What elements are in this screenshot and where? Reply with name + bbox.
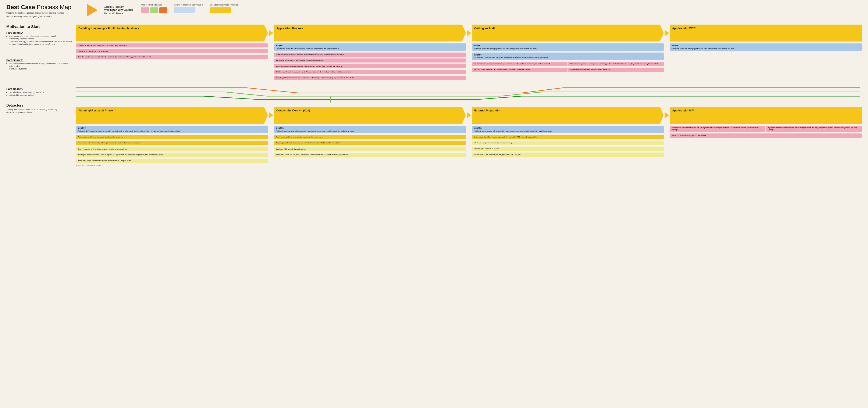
bottom-process-row: Planning/ Research Phase Insight 5 Parti…	[76, 107, 862, 166]
mpi-card-1: "So there's two components to it. One th…	[670, 126, 766, 132]
detractors-subtitle: The key pain points for each participant…	[6, 108, 57, 114]
audit-stage: Getting an Audit	[472, 25, 664, 41]
participant-c-block: Participant C Had a food stall before op…	[6, 87, 73, 97]
audit-card-1: "get the permit then burn up and see tha…	[472, 62, 567, 66]
arrow-icon-2	[467, 30, 471, 36]
mpi-stage: Applies with MPI	[670, 107, 862, 124]
external-col: External Preparation Insight 2 Participa…	[472, 107, 664, 157]
journey-lines-area	[76, 84, 862, 102]
arrow-icon-5	[467, 112, 471, 118]
app-card-5: "Once they (WCC) checked, they looked at…	[274, 76, 466, 80]
participant-b-block: Participant B Was motivated to start the…	[6, 59, 73, 70]
audit-insight4: Insight 4 Participants believe that util…	[472, 43, 664, 51]
wcc-stage: Applies with WCC	[670, 25, 862, 41]
arrow-icon-1	[269, 30, 273, 36]
header-subtitle2: What is detracting users from getting th…	[6, 15, 79, 18]
planning-card-2: "Planning for the stall took about 2 yea…	[76, 153, 268, 157]
external-stage: External Preparation	[472, 107, 664, 124]
external-card-1: "We should have planned better during th…	[472, 141, 664, 145]
contact-principle1: We are proactive with our communications…	[274, 135, 466, 139]
app-card-2: "Because we crossed Council boundaries w…	[274, 59, 466, 62]
main-title: Best Case Process Map	[6, 4, 79, 10]
deciding-stage: Deciding to open up a Public trading bus…	[76, 25, 268, 41]
header-title-block: Best Case Process Map Mapping the best c…	[6, 4, 79, 18]
legend-quotes-colors	[141, 7, 167, 13]
application-stage: Application Process	[274, 25, 466, 41]
contact-col: Contact the Council (Call) Insight 2 Par…	[274, 107, 466, 158]
planning-title: Planning/ Research Phase	[79, 109, 265, 113]
legend-color-green	[150, 7, 158, 13]
arrow-2	[467, 25, 471, 36]
deciding-title: Deciding to open up a Public trading bus…	[79, 27, 265, 30]
legend-insights-colors	[174, 7, 195, 13]
external-insight2: Insight 2 Participants look for external…	[472, 126, 664, 133]
wcc-title: Applies with WCC	[672, 27, 859, 30]
detractors-title: Detractors	[6, 103, 73, 107]
deciding-col: Deciding to open up a Public trading bus…	[76, 25, 268, 60]
mpi-card-2: "It just happens with our business model…	[766, 126, 862, 132]
application-insight1: Insight 1 Current sellers believe that i…	[274, 43, 466, 51]
top-process-row: Deciding to open up a Public trading bus…	[76, 25, 862, 81]
app-card-4: "I think the people having problems is t…	[274, 70, 466, 74]
application-title: Application Process	[276, 27, 463, 30]
application-col: Application Process Insight 1 Current se…	[274, 25, 466, 81]
external-title: External Preparation	[474, 109, 661, 113]
org-name: Absolutely Positively Wellington City Co…	[104, 5, 147, 15]
participant-b-bullets: Was motivated to start the food truck as…	[6, 62, 73, 70]
full-layout: Motivation to Start Participant A Was ca…	[6, 25, 862, 167]
motivation-title: Motivation to Start	[6, 25, 73, 29]
contact-card-2: "I went to the council and said, 'look, …	[274, 153, 466, 157]
participant-a-block: Participant A Was catering from home bef…	[6, 31, 73, 46]
participant-c-name: Participant C	[6, 87, 73, 90]
contact-card-1: "Had to call WCC to check physical locat…	[274, 147, 466, 151]
arrow-3	[664, 25, 669, 36]
app-card-3: "Ended up using MPI web form other food …	[274, 64, 466, 68]
planning-stage: Planning/ Research Phase	[76, 107, 268, 124]
planning-principle2: All our service delivery processing data…	[76, 141, 268, 145]
contact-insight2: Insight 2 Participants look for external…	[274, 126, 466, 133]
planning-cards: "I work through the whole application an…	[76, 147, 268, 163]
mpi-cards-row1: "So there's two components to it. One th…	[670, 126, 862, 133]
legend-design: One Stop Shop Design Principles	[210, 4, 238, 13]
legend-color-orange	[159, 7, 167, 13]
planning-card-3: "I went to the council website and then …	[76, 159, 268, 163]
arrow-icon-4	[269, 112, 273, 118]
header-arrow-icon	[87, 4, 97, 17]
application-cards: "There was not much help from other food…	[274, 53, 466, 81]
audit-card-2: "The audit is really depend on how good …	[568, 62, 664, 66]
legend-color-pink	[141, 7, 149, 13]
participant-a-bullets: Was catering from home before opening up…	[6, 35, 73, 46]
mpi-title: Applies with MPI	[672, 109, 859, 113]
arrow-icon-3	[664, 30, 669, 36]
participant-c-label: Participant C Planned for 2 years	[76, 165, 268, 166]
app-card-1: "There was not much help from other food…	[274, 53, 466, 57]
deciding-card-2: "To help family integrate more into comm…	[76, 49, 268, 53]
legend-quotes: Quotes from Participants	[141, 4, 167, 13]
audit-col: Getting an Audit Insight 4 Participants …	[472, 25, 664, 73]
wcc-insight4: Insight 4 Participants believe that util…	[670, 43, 862, 51]
legend-design-colors	[210, 7, 231, 13]
deciding-cards: "Then all I've got to do, fix it, bake a…	[76, 43, 268, 60]
deciding-card-1: "Then all I've got to do, fix it, bake a…	[76, 43, 268, 48]
main-content: Motivation to Start Participant A Was ca…	[0, 20, 868, 171]
arrow-icon-6	[664, 112, 669, 118]
mpi-card-3: "Had to call to confirm the progress of …	[670, 133, 862, 137]
header: Best Case Process Map Mapping the best c…	[0, 0, 868, 20]
mpi-col: Applies with MPI "So there's two compone…	[670, 107, 862, 138]
external-cards: "We should have planned better during th…	[472, 141, 664, 157]
contact-stage: Contact the Council (Call)	[274, 107, 466, 124]
wcc-col: Applies with WCC Insight 4 Participants …	[670, 25, 862, 52]
audit-title: Getting an Audit	[474, 27, 661, 30]
arrow-1	[269, 25, 273, 36]
contact-principle2: We guide people through the process and …	[274, 141, 466, 145]
planning-card-1: "I work through the whole application an…	[76, 147, 268, 151]
audit-card-3: "We could have a Wellington City Council…	[472, 68, 567, 72]
planning-principle1: We are proactive with our communications…	[76, 135, 268, 139]
detractors-section: Detractors The key pain points for each …	[6, 103, 73, 114]
arrow-6	[664, 107, 669, 118]
mpi-cards: "So there's two components to it. One th…	[670, 126, 862, 138]
sidebar-divider	[6, 99, 73, 99]
external-principle: We organise and distribute our data so p…	[472, 135, 664, 139]
journey-svg	[76, 84, 862, 102]
planning-insight5: Insight 5 Participants don't have a clea…	[76, 126, 268, 133]
